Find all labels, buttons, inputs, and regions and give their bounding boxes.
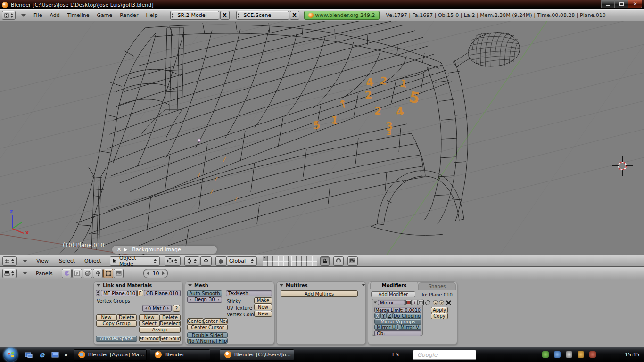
layer-toggle[interactable]	[297, 256, 302, 261]
select-button[interactable]: Select	[139, 321, 159, 327]
script-buttons-tab[interactable]	[72, 269, 82, 278]
scene-selector-stepper[interactable]	[237, 13, 241, 18]
render-preview-button[interactable]	[347, 256, 358, 266]
layer-toggle[interactable]	[283, 256, 289, 261]
vgroup-delete-button[interactable]: Delete	[116, 314, 137, 321]
panel-collapse-icon[interactable]	[362, 284, 365, 286]
mat-dec-icon[interactable]	[145, 307, 147, 310]
tray-icon[interactable]	[566, 351, 572, 358]
degr-field[interactable]: Degr: 30	[187, 296, 222, 303]
set-solid-button[interactable]: Set Solid	[160, 336, 181, 342]
menu-object[interactable]: Object	[83, 258, 102, 264]
mirror-u-toggle[interactable]: Mirror U	[374, 324, 398, 330]
vertex-color-new-button[interactable]: New	[254, 311, 272, 317]
maximize-button[interactable]	[615, 0, 628, 8]
menu-file[interactable]: File	[33, 12, 43, 18]
mirror-x-toggle[interactable]: X	[374, 313, 380, 319]
layer-toggle[interactable]	[283, 261, 289, 266]
panel-close-icon[interactable]: ✕	[117, 247, 121, 252]
merge-inc-icon[interactable]	[421, 309, 421, 311]
layer-toggle[interactable]	[263, 256, 268, 261]
autotexspace-toggle[interactable]: AutoTexSpace	[96, 336, 137, 342]
blender-version-button[interactable]: www.blender.org 249.2	[304, 11, 380, 20]
window-titlebar[interactable]: Blender [C:\Users\Jose L\Desktop\Jose Lu…	[0, 0, 644, 9]
panel-collapse-icon[interactable]	[97, 284, 100, 287]
taskbar-button-blender2[interactable]: Blender	[150, 349, 210, 361]
language-indicator[interactable]: ES	[392, 352, 399, 358]
taskbar-button-blender-active[interactable]: Blender [C:\Users\Jo...	[220, 349, 294, 361]
mirror-v-toggle[interactable]: Mirror V	[398, 324, 421, 330]
screen-selector[interactable]: SR:2-Model	[170, 11, 219, 20]
modifier-move-up-button[interactable]	[433, 300, 438, 305]
scene-delete-button[interactable]: X	[290, 11, 299, 20]
minimize-button[interactable]	[601, 0, 615, 8]
merge-limit-field[interactable]: Merge Limit: 0.0010	[374, 307, 421, 313]
center-button[interactable]: Center	[187, 318, 204, 324]
layer-toggle[interactable]	[263, 261, 268, 266]
tab-modifiers[interactable]: Modifiers	[370, 281, 418, 289]
modifier-delete-icon[interactable]	[446, 300, 451, 305]
auto-smooth-toggle[interactable]: Auto Smooth	[187, 290, 222, 296]
panel-collapse-icon[interactable]	[188, 284, 192, 287]
mat-inc-icon[interactable]	[167, 307, 169, 310]
layer-toggle[interactable]	[278, 256, 283, 261]
header-collapse-icon[interactable]	[21, 14, 26, 17]
google-search-box[interactable]: Google	[413, 350, 476, 360]
uv-texture-new-button[interactable]: New	[254, 304, 272, 310]
media-window-icon[interactable]	[51, 351, 59, 359]
screen-selector-stepper[interactable]	[171, 13, 175, 18]
material-index-field[interactable]: 0 Mat 0	[142, 305, 172, 312]
mesh-datablock-stepper[interactable]	[96, 290, 100, 296]
vgroup-new-button[interactable]: New	[96, 314, 116, 321]
shading-buttons-tab[interactable]	[83, 269, 92, 278]
lock-layers-toggle[interactable]	[320, 256, 330, 266]
menu-view[interactable]: View	[35, 258, 50, 264]
mirror-z-toggle[interactable]: Z	[387, 313, 393, 319]
mode-dropdown[interactable]: Object Mode	[110, 256, 160, 266]
modifier-mode-circle-icon[interactable]	[425, 300, 430, 305]
modifier-name-field[interactable]: Mirror	[378, 300, 405, 305]
pivot-dropdown[interactable]	[184, 256, 199, 266]
editing-buttons-tab[interactable]	[103, 269, 113, 278]
layer-toggle[interactable]	[291, 261, 297, 266]
object-name-field[interactable]: OB:Plane.010	[144, 290, 181, 296]
quicklaunch-chevron-icon[interactable]: »	[64, 352, 68, 358]
modifier-apply-button[interactable]: Apply	[431, 307, 448, 313]
double-sided-toggle[interactable]: Double Sided	[187, 332, 228, 338]
tray-icon[interactable]	[554, 351, 561, 358]
window-type-stepper[interactable]	[9, 13, 14, 18]
modifier-editmode-toggle[interactable]	[418, 300, 424, 305]
taskbar-button-firefox[interactable]: Blender [Ayuda] Ma...	[74, 349, 147, 361]
window-type-button[interactable]	[2, 11, 16, 20]
layer-toggle[interactable]	[302, 256, 307, 261]
mirror-object-field[interactable]: Ob:	[374, 330, 421, 336]
fake-user-button[interactable]: F	[137, 290, 143, 296]
manipulator-toggle-button[interactable]	[200, 256, 212, 266]
header-collapse-icon[interactable]	[23, 272, 27, 275]
object-buttons-tab[interactable]	[93, 269, 103, 278]
material-help-button[interactable]: ?	[173, 305, 180, 312]
layer-toggle[interactable]	[268, 256, 273, 261]
layer-toggle[interactable]	[312, 261, 317, 266]
add-modifier-button[interactable]: Add Modifier	[371, 291, 415, 297]
background-image-panel-header[interactable]: ✕ Background Image	[112, 246, 217, 254]
tray-icon[interactable]	[578, 351, 584, 358]
draw-type-dropdown[interactable]	[165, 256, 181, 266]
layer-toggle[interactable]	[273, 261, 278, 266]
modifier-copy-button[interactable]: Copy	[431, 313, 448, 319]
no-vnormal-flip-toggle[interactable]: No V.Normal Flip	[187, 338, 228, 344]
scene-buttons-tab[interactable]	[114, 269, 124, 278]
logic-buttons-tab[interactable]	[62, 269, 72, 278]
menu-game[interactable]: Game	[96, 12, 114, 18]
center-new-button[interactable]: Center New	[204, 318, 228, 324]
close-button[interactable]: ✕	[628, 0, 642, 8]
panel-collapse-icon[interactable]	[280, 284, 283, 287]
snap-button[interactable]	[333, 256, 344, 266]
mat-new-button[interactable]: New	[139, 314, 159, 321]
deselect-button[interactable]: Deselect	[159, 321, 181, 327]
modifier-render-toggle[interactable]	[405, 300, 412, 305]
3d-viewport[interactable]: z x (10) Plane.010 42125↑241353///// ✕ B…	[0, 21, 644, 255]
viewport-type-button[interactable]	[2, 256, 17, 266]
modifier-collapse-icon[interactable]	[374, 302, 377, 304]
mirror-vgroups-toggle[interactable]: Mirror Vgroups	[374, 319, 421, 324]
